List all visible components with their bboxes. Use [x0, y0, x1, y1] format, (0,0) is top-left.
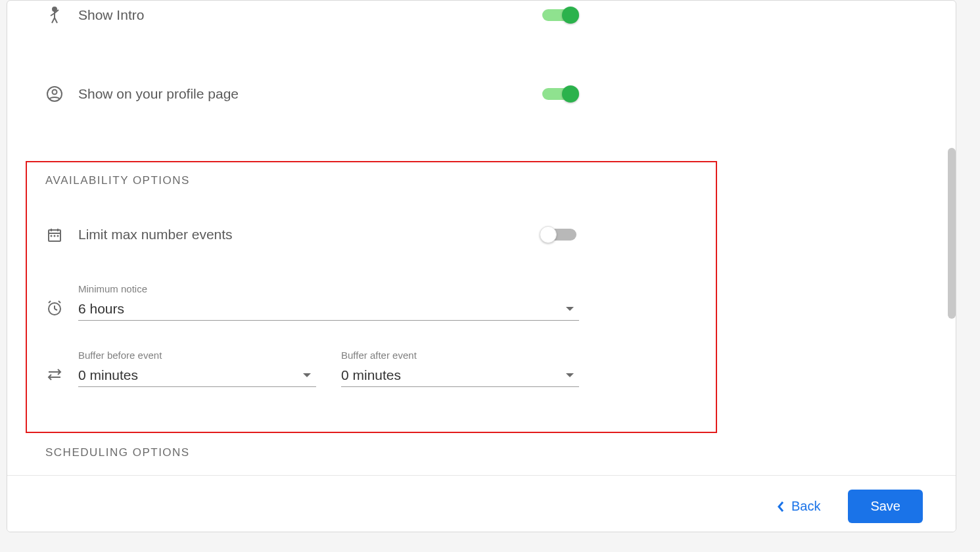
show-profile-row: Show on your profile page — [7, 85, 579, 103]
svg-point-7 — [53, 90, 57, 95]
minimum-notice-value: 6 hours — [78, 301, 124, 317]
svg-line-18 — [49, 301, 51, 303]
back-label: Back — [791, 499, 820, 514]
chevron-left-icon — [777, 501, 785, 513]
chevron-down-icon — [566, 373, 574, 377]
show-profile-label: Show on your profile page — [78, 86, 542, 102]
buffer-before-value: 0 minutes — [78, 367, 138, 383]
minimum-notice-group: Minimum notice 6 hours — [7, 283, 579, 321]
profile-icon — [45, 85, 64, 103]
alarm-clock-icon — [45, 299, 64, 317]
back-button[interactable]: Back — [777, 499, 820, 514]
availability-header: AVAILABILITY OPTIONS — [7, 174, 956, 187]
footer: Back Save — [7, 475, 956, 532]
person-icon — [45, 6, 64, 24]
buffer-before-label: Buffer before event — [78, 350, 316, 361]
scrollbar[interactable] — [948, 148, 956, 319]
svg-line-4 — [52, 18, 55, 23]
show-intro-label: Show Intro — [78, 7, 542, 23]
svg-line-5 — [55, 18, 57, 23]
svg-line-19 — [58, 301, 60, 303]
save-button[interactable]: Save — [848, 490, 923, 523]
limit-max-row: Limit max number events — [7, 225, 579, 244]
svg-point-0 — [53, 7, 57, 11]
scheduling-header: SCHEDULING OPTIONS — [7, 446, 956, 459]
show-profile-toggle[interactable] — [542, 88, 576, 100]
minimum-notice-label: Minimum notice — [78, 283, 579, 294]
minimum-notice-select[interactable]: 6 hours — [78, 297, 579, 321]
swap-arrows-icon — [45, 365, 64, 384]
limit-max-toggle[interactable] — [542, 229, 576, 241]
show-intro-row: Show Intro — [7, 6, 579, 24]
limit-max-label: Limit max number events — [78, 227, 542, 242]
show-intro-toggle[interactable] — [542, 9, 576, 21]
buffer-group: Buffer before event 0 minutes Buffer aft… — [7, 350, 579, 387]
buffer-after-label: Buffer after event — [341, 350, 579, 361]
buffer-after-select[interactable]: 0 minutes — [341, 363, 579, 387]
chevron-down-icon — [566, 307, 574, 311]
save-label: Save — [870, 499, 900, 513]
buffer-after-value: 0 minutes — [341, 367, 401, 383]
chevron-down-icon — [303, 373, 311, 377]
calendar-icon — [45, 225, 64, 244]
svg-line-17 — [55, 309, 57, 310]
buffer-before-select[interactable]: 0 minutes — [78, 363, 316, 387]
settings-panel: Show Intro Show on your profile page AVA… — [7, 0, 956, 532]
